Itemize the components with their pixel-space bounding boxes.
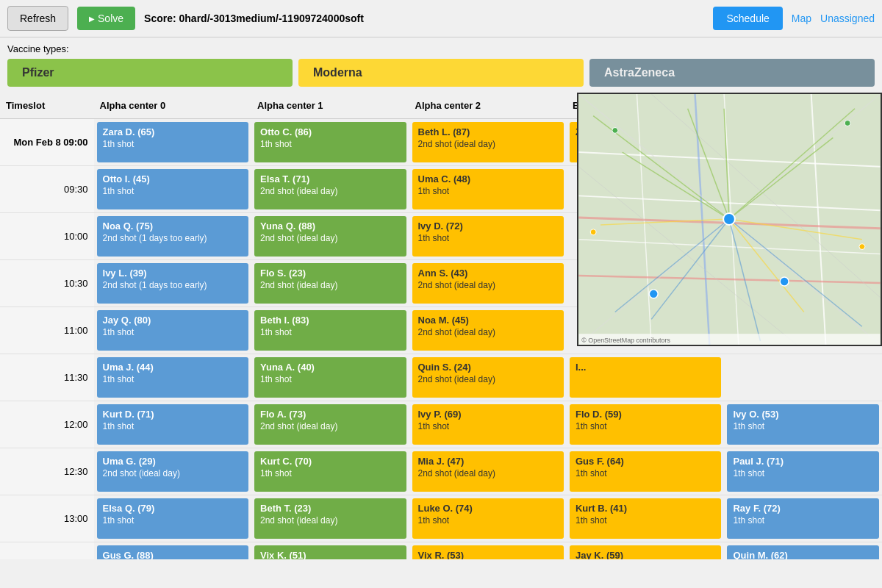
appointment-card[interactable]: Flo S. (23)2nd shot (ideal day): [254, 263, 406, 304]
appointment-card[interactable]: Vix R. (53): [412, 545, 564, 559]
patient-name: Quin M. (62): [733, 550, 873, 559]
shot-info: 2nd shot (ideal day): [260, 515, 400, 526]
table-container[interactable]: TimeslotAlpha center 0Alpha center 1Alph…: [0, 93, 882, 559]
patient-name: Noa Q. (75): [103, 220, 243, 232]
shot-info: 2nd shot (ideal day): [418, 327, 558, 337]
patient-name: Beth I. (83): [260, 315, 400, 326]
patient-name: Luke O. (74): [418, 503, 558, 514]
appointment-card[interactable]: Paul J. (71)1th shot: [727, 451, 879, 492]
appointment-card[interactable]: Ivy O. (53)1th shot: [727, 404, 879, 445]
shot-info: 1th shot: [418, 421, 558, 431]
appointment-card[interactable]: Yuna A. (40)1th shot: [254, 357, 406, 398]
shot-info: 1th shot: [103, 139, 243, 149]
appointment-cell: Kurt D. (71)1th shot: [94, 401, 251, 448]
appointment-card[interactable]: Jay Q. (80)1th shot: [97, 310, 248, 351]
vaccine-pill-pfizer[interactable]: Pfizer: [7, 59, 293, 87]
vaccine-label: Vaccine types:: [7, 43, 875, 54]
patient-name: Yuna Q. (88): [260, 220, 400, 232]
appointment-card[interactable]: Luke O. (74)1th shot: [412, 498, 564, 539]
patient-name: Ivy L. (39): [103, 268, 243, 279]
appointment-cell: Jay K. (59): [567, 542, 724, 560]
appointment-card[interactable]: Flo A. (73)2nd shot (ideal day): [254, 404, 406, 445]
appointment-card[interactable]: Kurt C. (70)1th shot: [254, 451, 406, 492]
patient-name: Vix R. (53): [418, 550, 558, 559]
appointment-card[interactable]: Yuna Q. (88)2nd shot (ideal day): [254, 216, 406, 257]
appointment-card[interactable]: Gus G. (88): [97, 545, 248, 559]
patient-name: Vix K. (51): [260, 550, 400, 559]
col-header-2: Alpha center 1: [251, 93, 409, 119]
appointment-card[interactable]: Beth T. (23)2nd shot (ideal day): [254, 498, 406, 539]
appointment-card[interactable]: Quin S. (24)2nd shot (ideal day): [412, 357, 564, 398]
refresh-button[interactable]: Refresh: [7, 6, 68, 31]
appointment-card[interactable]: Ivy D. (72)1th shot: [412, 216, 564, 257]
appointment-card[interactable]: Mia J. (47)2nd shot (ideal day): [412, 451, 564, 492]
patient-name: Flo D. (59): [576, 409, 715, 420]
timeslot-cell: 12:00: [0, 401, 94, 448]
patient-name: Ivy O. (53): [733, 409, 873, 420]
shot-info: 1th shot: [418, 186, 558, 196]
svg-point-33: [590, 229, 596, 235]
shot-info: 2nd shot (ideal day): [103, 468, 243, 478]
appointment-card[interactable]: Ray F. (72)1th shot: [727, 498, 879, 539]
patient-name: Kurt C. (70): [260, 456, 400, 467]
appointment-card[interactable]: Noa M. (45)2nd shot (ideal day): [412, 310, 564, 351]
col-header-3: Alpha center 2: [409, 93, 567, 119]
map-button[interactable]: Map: [792, 12, 811, 24]
patient-name: Uma G. (29): [103, 456, 243, 467]
appointment-card[interactable]: Jay K. (59): [570, 545, 721, 559]
appointment-cell: Gus F. (64)1th shot: [567, 448, 724, 495]
appointment-card[interactable]: Ann S. (43)2nd shot (ideal day): [412, 263, 564, 304]
appointment-card[interactable]: Vix K. (51): [254, 545, 406, 559]
appointment-cell: I...: [567, 354, 724, 401]
patient-name: Uma C. (48): [418, 173, 558, 184]
appointment-card[interactable]: Gus F. (64)1th shot: [570, 451, 721, 492]
shot-info: 1th shot: [733, 515, 873, 526]
appointment-card[interactable]: Quin M. (62): [727, 545, 879, 559]
unassigned-button[interactable]: Unassigned: [820, 12, 875, 24]
appointment-cell: Vix K. (51): [251, 542, 409, 560]
appointment-card[interactable]: Uma J. (44)1th shot: [97, 357, 248, 398]
shot-info: 2nd shot (ideal day): [418, 374, 558, 384]
table-row: 12:00Kurt D. (71)1th shotFlo A. (73)2nd …: [0, 401, 882, 448]
patient-name: Elsa T. (71): [260, 173, 400, 184]
patient-name: Kurt D. (71): [103, 409, 243, 420]
solve-button[interactable]: Solve: [77, 7, 135, 30]
patient-name: Ray F. (72): [733, 503, 873, 514]
vaccine-pill-moderna[interactable]: Moderna: [298, 59, 584, 87]
appointment-cell: Otto I. (45)1th shot: [94, 166, 251, 213]
appointment-card[interactable]: Uma G. (29)2nd shot (ideal day): [97, 451, 248, 492]
schedule-button[interactable]: Schedule: [713, 7, 782, 30]
vaccine-pill-astrazeneca[interactable]: AstraZeneca: [589, 59, 875, 87]
patient-name: Ivy D. (72): [418, 220, 558, 232]
appointment-card[interactable]: Elsa Q. (79)1th shot: [97, 498, 248, 539]
patient-name: I...: [576, 362, 715, 373]
shot-info: 1th shot: [418, 233, 558, 243]
appointment-card[interactable]: Beth L. (87)2nd shot (ideal day): [412, 122, 564, 162]
patient-name: Elsa Q. (79): [103, 503, 243, 514]
appointment-card[interactable]: Kurt B. (41)1th shot: [570, 498, 721, 539]
appointment-card[interactable]: Elsa T. (71)2nd shot (ideal day): [254, 169, 406, 209]
appointment-card[interactable]: Ivy L. (39)2nd shot (1 days too early): [97, 263, 248, 304]
appointment-cell: Uma G. (29)2nd shot (ideal day): [94, 448, 251, 495]
appointment-card[interactable]: Flo D. (59)1th shot: [570, 404, 721, 445]
appointment-card[interactable]: Otto C. (86)1th shot: [254, 122, 406, 162]
appointment-card[interactable]: Kurt D. (71)1th shot: [97, 404, 248, 445]
appointment-card[interactable]: I...: [570, 357, 721, 398]
patient-name: Flo A. (73): [260, 409, 400, 420]
shot-info: 1th shot: [260, 374, 400, 384]
shot-info: 1th shot: [576, 515, 715, 526]
appointment-card[interactable]: Ivy P. (69)1th shot: [412, 404, 564, 445]
shot-info: 2nd shot (ideal day): [260, 186, 400, 196]
patient-name: Otto I. (45): [103, 173, 243, 184]
shot-info: 2nd shot (ideal day): [418, 468, 558, 478]
appointment-cell: Luke O. (74)1th shot: [409, 495, 567, 542]
shot-info: 1th shot: [103, 421, 243, 431]
appointment-card[interactable]: Otto I. (45)1th shot: [97, 169, 248, 209]
appointment-card[interactable]: Noa Q. (75)2nd shot (1 days too early): [97, 216, 248, 257]
table-row: 13:30Gus G. (88)Vix K. (51)Vix R. (53)Ja…: [0, 542, 882, 560]
map-overlay[interactable]: © OpenStreetMap contributors: [577, 93, 882, 346]
patient-name: Gus G. (88): [103, 550, 243, 559]
appointment-card[interactable]: Beth I. (83)1th shot: [254, 310, 406, 351]
appointment-card[interactable]: Zara D. (65)1th shot: [97, 122, 248, 162]
appointment-card[interactable]: Uma C. (48)1th shot: [412, 169, 564, 209]
